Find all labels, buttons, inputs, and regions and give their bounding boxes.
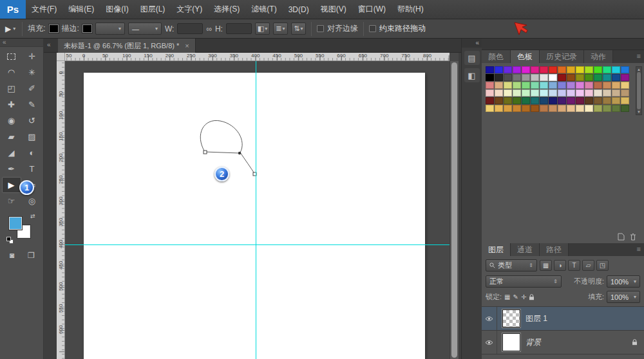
color-swatch[interactable] (621, 74, 629, 81)
color-swatch[interactable] (603, 105, 611, 112)
color-swatch[interactable] (540, 105, 548, 112)
tool-preset-picker[interactable]: ▶ ▾ (4, 24, 17, 33)
layer-row[interactable]: 背景 (482, 331, 644, 354)
color-swatch[interactable] (594, 66, 602, 73)
new-swatch-icon[interactable] (618, 233, 625, 241)
color-swatch[interactable] (513, 82, 521, 89)
color-swatch[interactable] (495, 66, 503, 73)
menu-item[interactable]: 视图(V) (315, 0, 352, 19)
default-colors-icon[interactable] (6, 237, 11, 241)
color-swatch[interactable] (585, 66, 593, 73)
filter-adjustment-layers[interactable]: ◑ (554, 260, 566, 271)
color-swatch[interactable] (522, 97, 530, 104)
opacity-combo[interactable]: 100% ▾ (607, 275, 640, 288)
color-swatch[interactable] (540, 74, 548, 81)
lock-all[interactable] (529, 294, 535, 300)
color-swatch[interactable] (567, 105, 575, 112)
panel-tab-actions[interactable]: 动作 (584, 50, 613, 63)
tool-pen[interactable]: ✒ (2, 161, 21, 177)
scrollbar-thumb[interactable] (451, 62, 457, 358)
color-swatch[interactable] (585, 89, 593, 97)
color-swatch[interactable] (576, 66, 584, 73)
panel-tab-paths[interactable]: 路径 (540, 243, 569, 256)
color-swatch[interactable] (540, 97, 548, 104)
color-swatch[interactable] (495, 105, 503, 112)
filter-pixel-layers[interactable]: ▦ (540, 260, 552, 271)
color-swatch[interactable] (567, 97, 575, 104)
color-swatch[interactable] (540, 82, 548, 89)
color-swatch[interactable] (567, 89, 575, 97)
layer-thumbnail[interactable] (502, 333, 520, 351)
color-swatch[interactable] (585, 97, 593, 104)
tool-hand[interactable]: ☞ (2, 193, 21, 209)
v-ruler[interactable]: 050100150200250300350400450500550600 (57, 61, 65, 359)
menu-item[interactable]: 图层(L) (135, 0, 171, 19)
tool-healing-brush[interactable]: ✚ (2, 97, 21, 113)
color-swatch[interactable] (504, 74, 512, 81)
h-ruler[interactable]: 5005010015020025030035040045050055060065… (65, 53, 450, 61)
stroke-color-swatch[interactable] (82, 24, 92, 33)
color-swatch[interactable] (522, 82, 530, 89)
color-swatch[interactable] (549, 66, 557, 73)
layer-thumbnail[interactable] (502, 309, 520, 327)
tool-gradient[interactable]: ▨ (23, 129, 42, 145)
color-swatch[interactable] (567, 66, 575, 73)
panel-menu-icon[interactable]: ≡ (637, 245, 641, 253)
color-swatch[interactable] (603, 66, 611, 73)
color-swatch[interactable] (495, 82, 503, 89)
color-swatch[interactable] (486, 66, 494, 73)
vertical-guide[interactable] (256, 61, 256, 359)
color-swatch[interactable] (522, 74, 530, 81)
tool-quick-selection[interactable]: ✳ (23, 64, 42, 80)
menu-item[interactable]: 编辑(E) (62, 0, 100, 19)
canvas-viewport[interactable] (65, 61, 450, 359)
swatches-scrollbar[interactable]: ▲ ▼ (636, 66, 642, 115)
tool-lasso[interactable]: ◠ (2, 64, 21, 80)
color-swatch[interactable] (612, 89, 620, 97)
color-swatch[interactable] (576, 89, 584, 97)
foreground-color-swatch[interactable] (9, 217, 22, 230)
color-swatch[interactable] (603, 89, 611, 97)
color-swatch[interactable] (621, 89, 629, 97)
color-swatch[interactable] (531, 97, 539, 104)
color-swatch[interactable] (576, 105, 584, 112)
tool-zoom[interactable]: ◎ (23, 193, 42, 209)
layer-name[interactable]: 图层 1 (526, 313, 547, 324)
tool-eyedropper[interactable]: ✐ (23, 80, 42, 97)
collapsed-color-panel[interactable]: ▤ (464, 51, 480, 65)
document-tab[interactable]: 未标题-1 @ 66.7% (图层 1, RGB/8) * × (58, 39, 196, 53)
menu-item[interactable]: 文字(Y) (171, 0, 208, 19)
tab-close-icon[interactable]: × (185, 42, 189, 50)
color-swatch[interactable] (504, 105, 512, 112)
color-swatch[interactable] (621, 105, 629, 112)
layer-row[interactable]: 图层 1 (482, 307, 644, 331)
tool-crop[interactable]: ◰ (2, 80, 21, 97)
collapse-icon[interactable]: « (47, 41, 51, 48)
color-swatch[interactable] (612, 66, 620, 73)
color-swatch[interactable] (504, 66, 512, 73)
layer-name[interactable]: 背景 (526, 337, 541, 348)
align-edges-checkbox[interactable] (317, 25, 324, 32)
color-swatch[interactable] (504, 82, 512, 89)
menu-item[interactable]: 窗口(W) (352, 0, 392, 19)
tool-history-brush[interactable]: ↺ (23, 113, 42, 129)
color-swatch[interactable] (594, 82, 602, 89)
color-swatch[interactable] (486, 74, 494, 81)
color-swatch[interactable] (585, 105, 593, 112)
tool-brush[interactable]: ✎ (23, 97, 42, 113)
panel-menu-icon[interactable]: ≡ (637, 52, 641, 60)
color-swatch[interactable] (513, 66, 521, 73)
constrain-path-drag-checkbox[interactable] (369, 25, 376, 32)
color-swatch[interactable] (558, 89, 566, 97)
color-swatch[interactable] (486, 82, 494, 89)
menu-item[interactable]: 滤镜(T) (245, 0, 282, 19)
color-swatch[interactable] (531, 89, 539, 97)
color-swatch[interactable] (513, 105, 521, 112)
scroll-up-icon[interactable]: ▲ (637, 68, 641, 71)
color-swatch[interactable] (549, 74, 557, 81)
panel-tab-history[interactable]: 历史记录 (540, 50, 584, 63)
color-swatch[interactable] (558, 97, 566, 104)
color-swatch[interactable] (594, 97, 602, 104)
color-swatch[interactable] (558, 105, 566, 112)
menu-item[interactable]: 选择(S) (208, 0, 245, 19)
